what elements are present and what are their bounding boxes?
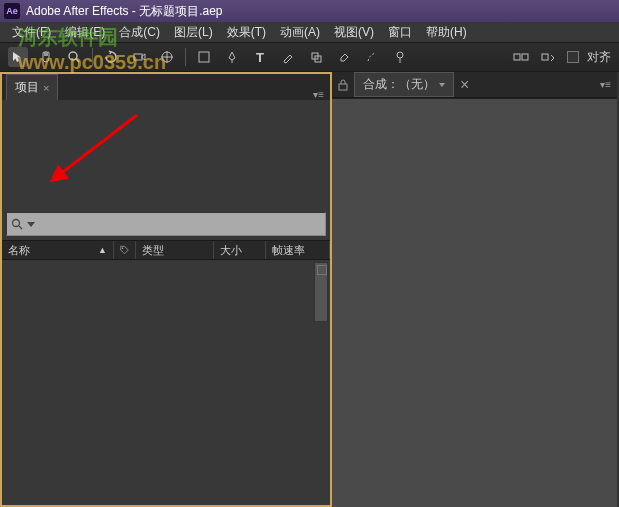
snap-dropdown-icon[interactable] [539,47,559,67]
menu-window[interactable]: 窗口 [382,24,418,41]
workspace: 项目 × ▾≡ 名称 [0,72,619,507]
svg-point-9 [397,52,403,58]
menu-effect[interactable]: 效果(T) [221,24,272,41]
svg-line-14 [59,115,137,175]
menu-view[interactable]: 视图(V) [328,24,380,41]
scrollbar[interactable] [314,262,328,322]
lock-icon[interactable] [338,79,348,91]
panel-tabs: 项目 × ▾≡ [2,74,330,100]
columns-header: 名称 ▲ 类型 大小 帧速率 [2,240,330,260]
titlebar: Ae Adobe After Effects - 无标题项目.aep [0,0,619,22]
align-label: 对齐 [587,49,611,66]
toolbar: T 对齐 [0,42,619,72]
window-title: Adobe After Effects - 无标题项目.aep [26,3,223,20]
text-tool-icon[interactable]: T [250,47,270,67]
svg-rect-12 [522,54,528,60]
search-dropdown-icon[interactable] [27,222,35,227]
svg-line-16 [19,226,22,229]
clone-tool-icon[interactable] [306,47,326,67]
zoom-tool-icon[interactable] [64,47,84,67]
panel-menu-icon[interactable]: ▾≡ [313,89,324,100]
column-name[interactable]: 名称 ▲ [2,241,114,259]
toolbar-divider [92,48,93,66]
composition-tab-label: 合成：（无） [363,76,435,93]
composition-panel-header: 合成：（无） × ▾≡ [332,72,617,98]
composition-panel: 合成：（无） × ▾≡ [332,72,619,507]
panel-menu-icon[interactable]: ▾≡ [600,79,611,90]
app-icon: Ae [4,3,20,19]
svg-rect-18 [339,84,347,90]
composition-viewer[interactable] [332,98,617,507]
project-search[interactable] [6,212,326,236]
toolbar-right-cluster: 对齐 [511,47,611,67]
selection-tool-icon[interactable] [8,47,28,67]
project-list[interactable] [2,260,330,505]
close-icon[interactable]: × [460,76,469,94]
menubar: 文件(F) 编辑(E) 合成(C) 图层(L) 效果(T) 动画(A) 视图(V… [0,22,619,42]
roto-tool-icon[interactable] [362,47,382,67]
column-type[interactable]: 类型 [136,241,214,259]
project-panel: 项目 × ▾≡ 名称 [0,72,332,507]
pen-tool-icon[interactable] [222,47,242,67]
align-checkbox[interactable] [567,51,579,63]
annotation-arrow-icon [47,105,147,205]
project-tab-label: 项目 [15,79,39,96]
search-input[interactable] [39,218,321,230]
snap-icon[interactable] [511,47,531,67]
svg-point-17 [122,247,124,249]
camera-tool-icon[interactable] [129,47,149,67]
composition-tab[interactable]: 合成：（无） [354,72,454,97]
project-preview-area[interactable] [2,100,330,208]
svg-line-1 [76,59,79,62]
svg-point-0 [69,52,77,60]
chevron-down-icon[interactable] [439,83,445,87]
toolbar-divider [185,48,186,66]
hand-tool-icon[interactable] [36,47,56,67]
sort-arrow-icon: ▲ [98,245,107,255]
eraser-tool-icon[interactable] [334,47,354,67]
rotation-tool-icon[interactable] [101,47,121,67]
menu-edit[interactable]: 编辑(E) [59,24,111,41]
brush-tool-icon[interactable] [278,47,298,67]
column-fps[interactable]: 帧速率 [266,241,330,259]
menu-composition[interactable]: 合成(C) [113,24,166,41]
svg-rect-6 [199,52,209,62]
project-tab[interactable]: 项目 × [6,74,58,100]
shape-tool-icon[interactable] [194,47,214,67]
pin-tool-icon[interactable] [390,47,410,67]
svg-rect-11 [514,54,520,60]
menu-animation[interactable]: 动画(A) [274,24,326,41]
svg-rect-2 [134,54,142,60]
svg-rect-13 [542,54,548,60]
menu-help[interactable]: 帮助(H) [420,24,473,41]
search-icon [11,218,23,230]
tag-icon [120,244,129,256]
column-name-label: 名称 [8,243,30,258]
menu-layer[interactable]: 图层(L) [168,24,219,41]
anchor-tool-icon[interactable] [157,47,177,67]
svg-point-15 [13,220,20,227]
column-size[interactable]: 大小 [214,241,266,259]
column-tag[interactable] [114,241,136,259]
close-icon[interactable]: × [43,82,49,94]
menu-file[interactable]: 文件(F) [6,24,57,41]
